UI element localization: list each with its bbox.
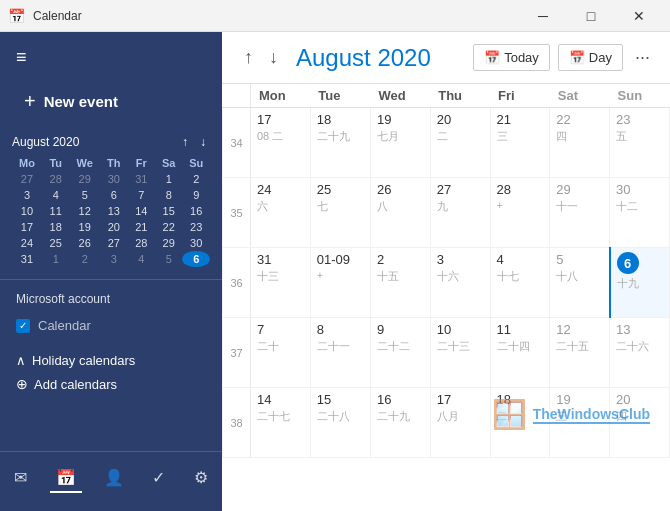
mini-cal-day[interactable]: 15	[155, 203, 182, 219]
mini-cal-day[interactable]: 19	[69, 219, 100, 235]
mini-cal-day[interactable]: 28	[42, 171, 69, 187]
calendar-day[interactable]: 12二十五	[550, 318, 610, 388]
calendar-day[interactable]: 24六	[251, 178, 311, 248]
calendar-day[interactable]: 5十八	[550, 248, 610, 318]
mini-cal-day[interactable]: 13	[100, 203, 127, 219]
mini-cal-day[interactable]: 4	[42, 187, 69, 203]
mini-cal-day[interactable]: 25	[42, 235, 69, 251]
mini-cal-day[interactable]: 3	[12, 187, 42, 203]
mini-cal-day[interactable]: 9	[182, 187, 210, 203]
calendar-day[interactable]: 14二十七	[251, 388, 311, 458]
maximize-button[interactable]: □	[568, 0, 614, 32]
mini-cal-day[interactable]: 8	[155, 187, 182, 203]
day-button[interactable]: 📅 Day	[558, 44, 623, 71]
calendar-day[interactable]: 11二十四	[490, 318, 550, 388]
mini-cal-day[interactable]: 31	[128, 171, 155, 187]
week-num-header	[223, 84, 251, 108]
calendar-day[interactable]: 8二十一	[310, 318, 370, 388]
calendar-day[interactable]: 19三	[550, 388, 610, 458]
mini-cal-next[interactable]: ↓	[196, 133, 210, 151]
mini-cal-day[interactable]: 27	[12, 171, 42, 187]
calendar-day[interactable]: 3十六	[430, 248, 490, 318]
calendar-day[interactable]: 10二十三	[430, 318, 490, 388]
calendar-day[interactable]: 18二	[490, 388, 550, 458]
calendar-day[interactable]: 17八月	[430, 388, 490, 458]
calendar-day[interactable]: 31十三	[251, 248, 311, 318]
mini-cal-day[interactable]: 28	[128, 235, 155, 251]
calendar-day[interactable]: 15二十八	[310, 388, 370, 458]
mini-cal-day[interactable]: 20	[100, 219, 127, 235]
calendar-day[interactable]: 7二十	[251, 318, 311, 388]
calendar-day[interactable]: 20四	[610, 388, 670, 458]
prev-period-button[interactable]: ↑	[238, 45, 259, 70]
calendar-day[interactable]: 29十一	[550, 178, 610, 248]
calendar-day[interactable]: 01-09+	[310, 248, 370, 318]
calendar-day[interactable]: 2十五	[370, 248, 430, 318]
mini-cal-day[interactable]: 11	[42, 203, 69, 219]
mini-cal-day[interactable]: 30	[100, 171, 127, 187]
calendar-day[interactable]: 20二	[430, 108, 490, 178]
mini-cal-day[interactable]: 7	[128, 187, 155, 203]
calendar-day[interactable]: 22四	[550, 108, 610, 178]
mini-cal-day[interactable]: 29	[69, 171, 100, 187]
mini-cal-day[interactable]: 5	[69, 187, 100, 203]
mini-cal-day[interactable]: 1	[42, 251, 69, 267]
mini-cal-day[interactable]: 16	[182, 203, 210, 219]
day-number: 25	[317, 182, 364, 197]
mini-cal-day[interactable]: 2	[69, 251, 100, 267]
holiday-header[interactable]: ∧ Holiday calendars	[16, 349, 206, 372]
calendar-day[interactable]: 13二十六	[610, 318, 670, 388]
calendar-day[interactable]: 27九	[430, 178, 490, 248]
mini-cal-day[interactable]: 26	[69, 235, 100, 251]
mini-cal-day[interactable]: 6	[100, 187, 127, 203]
mini-cal-day[interactable]: 14	[128, 203, 155, 219]
calendar-day[interactable]: 30十二	[610, 178, 670, 248]
calendar-day[interactable]: 28+	[490, 178, 550, 248]
settings-icon[interactable]: ⚙	[188, 462, 214, 493]
mini-cal-day[interactable]: 23	[182, 219, 210, 235]
mini-cal-day[interactable]: 6	[182, 251, 210, 267]
calendar-day[interactable]: 19七月	[370, 108, 430, 178]
calendar-day[interactable]: 26八	[370, 178, 430, 248]
mini-cal-day[interactable]: 21	[128, 219, 155, 235]
mini-cal-day[interactable]: 22	[155, 219, 182, 235]
calendar-day[interactable]: 9二十二	[370, 318, 430, 388]
calendar-day[interactable]: 25七	[310, 178, 370, 248]
day-number: 19	[377, 112, 424, 127]
mini-cal-day[interactable]: 1	[155, 171, 182, 187]
mini-cal-prev[interactable]: ↑	[178, 133, 192, 151]
close-button[interactable]: ✕	[616, 0, 662, 32]
mini-cal-day[interactable]: 5	[155, 251, 182, 267]
calendar-day[interactable]: 6十九	[610, 248, 670, 318]
mini-cal-day[interactable]: 3	[100, 251, 127, 267]
mini-cal-day[interactable]: 17	[12, 219, 42, 235]
calendar-day[interactable]: 1708 二	[251, 108, 311, 178]
people-icon[interactable]: 👤	[98, 462, 130, 493]
calendar-day[interactable]: 18二十九	[310, 108, 370, 178]
next-period-button[interactable]: ↓	[263, 45, 284, 70]
calendar-day[interactable]: 4十七	[490, 248, 550, 318]
more-options-button[interactable]: ···	[631, 43, 654, 72]
mini-cal-day[interactable]: 2	[182, 171, 210, 187]
mini-cal-day[interactable]: 30	[182, 235, 210, 251]
mini-cal-day[interactable]: 10	[12, 203, 42, 219]
mini-cal-day[interactable]: 24	[12, 235, 42, 251]
mail-icon[interactable]: ✉	[8, 462, 33, 493]
minimize-button[interactable]: ─	[520, 0, 566, 32]
calendar-checkbox[interactable]: ✓	[16, 319, 30, 333]
calendar-day[interactable]: 21三	[490, 108, 550, 178]
mini-cal-day[interactable]: 29	[155, 235, 182, 251]
new-event-button[interactable]: + New event	[12, 82, 210, 121]
today-button[interactable]: 📅 Today	[473, 44, 550, 71]
mini-cal-day[interactable]: 27	[100, 235, 127, 251]
add-calendar-button[interactable]: ⊕ Add calendars	[16, 372, 206, 396]
calendar-day[interactable]: 23五	[610, 108, 670, 178]
hamburger-button[interactable]: ≡	[0, 40, 222, 74]
mini-cal-day[interactable]: 4	[128, 251, 155, 267]
calendar-day[interactable]: 16二十九	[370, 388, 430, 458]
mini-cal-day[interactable]: 31	[12, 251, 42, 267]
mini-cal-day[interactable]: 12	[69, 203, 100, 219]
tasks-icon[interactable]: ✓	[146, 462, 171, 493]
mini-cal-day[interactable]: 18	[42, 219, 69, 235]
calendar-nav-icon[interactable]: 📅	[50, 462, 82, 493]
